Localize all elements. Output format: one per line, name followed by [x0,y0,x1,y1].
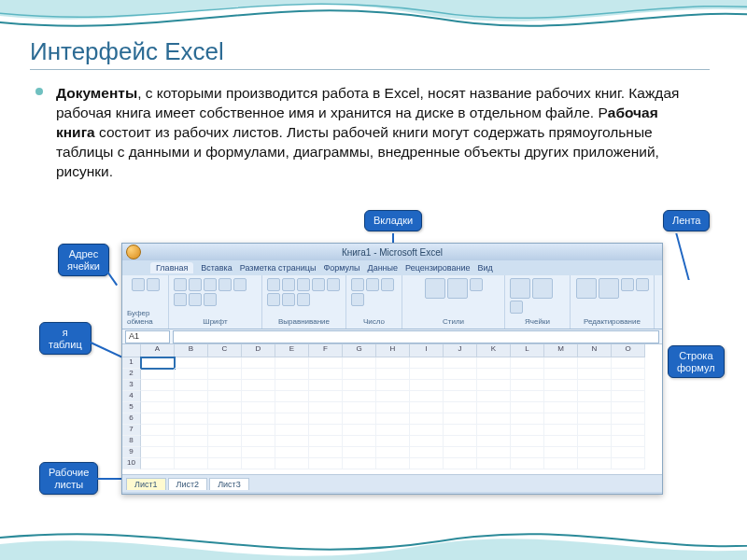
cell[interactable] [175,413,208,425]
cell[interactable] [309,380,343,391]
column-header[interactable]: O [612,344,645,357]
cell[interactable] [612,425,645,436]
cell[interactable] [343,413,376,425]
ribbon-button-icon[interactable] [297,278,310,291]
ribbon-button-icon[interactable] [233,278,247,291]
cell[interactable] [410,436,444,447]
cell[interactable] [511,413,544,425]
excel-grid[interactable]: ABCDEFGHIJKLMNO12345678910 [122,344,662,475]
office-button-icon[interactable] [126,245,141,259]
cell[interactable] [242,436,275,447]
cell[interactable] [175,369,208,380]
row-header[interactable]: 8 [122,436,141,447]
ribbon-button-icon[interactable] [510,278,530,299]
ribbon-button-icon[interactable] [381,278,394,291]
cell[interactable] [275,380,309,391]
cell[interactable] [410,369,444,380]
cell[interactable] [376,357,410,369]
cell[interactable] [578,413,612,425]
cell[interactable] [544,402,578,413]
column-header[interactable]: I [410,344,444,357]
cell[interactable] [175,391,208,402]
cell[interactable] [275,391,309,402]
cell[interactable] [309,447,343,458]
row-header[interactable]: 9 [122,447,141,458]
cell[interactable] [410,425,444,436]
row-header[interactable]: 3 [122,380,141,391]
cell[interactable] [242,413,275,425]
cell[interactable] [141,436,175,447]
ribbon-button-icon[interactable] [447,278,468,299]
row-header[interactable]: 7 [122,425,141,436]
cell[interactable] [242,369,275,380]
cell[interactable] [376,436,410,447]
cell[interactable] [477,447,511,458]
cell[interactable] [343,369,376,380]
cell[interactable] [477,357,511,369]
cell[interactable] [343,458,376,469]
cell[interactable] [544,357,578,369]
cell[interactable] [309,425,343,436]
row-header[interactable]: 4 [122,391,141,402]
cell[interactable] [175,357,208,369]
cell[interactable] [444,436,477,447]
cell[interactable] [275,458,309,469]
cell[interactable] [376,402,410,413]
cell[interactable] [175,380,208,391]
cell[interactable] [208,357,242,369]
cell[interactable] [544,447,578,458]
cell[interactable] [141,425,175,436]
ribbon-button-icon[interactable] [204,278,217,291]
cell[interactable] [376,380,410,391]
cell[interactable] [141,380,175,391]
cell[interactable] [444,413,477,425]
cell[interactable] [444,458,477,469]
cell[interactable] [511,369,544,380]
ribbon-button-icon[interactable] [576,278,597,299]
cell[interactable] [612,402,645,413]
ribbon-button-icon[interactable] [297,293,310,306]
cell[interactable] [376,413,410,425]
cell[interactable] [208,447,242,458]
ribbon-tab[interactable]: Вставка [201,263,232,273]
cell[interactable] [141,391,175,402]
cell[interactable] [343,357,376,369]
cell[interactable] [208,436,242,447]
cell[interactable] [477,402,511,413]
cell[interactable] [343,380,376,391]
ribbon-button-icon[interactable] [366,278,379,291]
cell[interactable] [275,447,309,458]
cell[interactable] [376,458,410,469]
row-header[interactable]: 2 [122,369,141,380]
name-box[interactable]: A1 [125,330,170,343]
column-header[interactable]: J [444,344,477,357]
cell[interactable] [309,369,343,380]
ribbon-button-icon[interactable] [636,278,649,291]
cell[interactable] [544,391,578,402]
cell[interactable] [242,402,275,413]
cell[interactable] [275,436,309,447]
cell[interactable] [612,436,645,447]
cell[interactable] [612,458,645,469]
cell[interactable] [141,357,175,369]
cell[interactable] [141,447,175,458]
cell[interactable] [612,413,645,425]
ribbon-tab[interactable]: Рецензирование [405,263,471,273]
row-header[interactable]: 5 [122,402,141,413]
cell[interactable] [578,458,612,469]
cell[interactable] [612,357,645,369]
ribbon-button-icon[interactable] [174,278,187,291]
ribbon-tab[interactable]: Главная [150,262,193,273]
ribbon-button-icon[interactable] [267,278,280,291]
column-header[interactable]: C [208,344,242,357]
cell[interactable] [578,380,612,391]
column-header[interactable]: B [175,344,208,357]
cell[interactable] [444,402,477,413]
ribbon-button-icon[interactable] [189,278,202,291]
column-header[interactable]: F [309,344,343,357]
ribbon-button-icon[interactable] [510,301,523,314]
cell[interactable] [208,458,242,469]
cell[interactable] [175,402,208,413]
ribbon-button-icon[interactable] [132,278,145,291]
ribbon-tab[interactable]: Данные [368,263,399,273]
